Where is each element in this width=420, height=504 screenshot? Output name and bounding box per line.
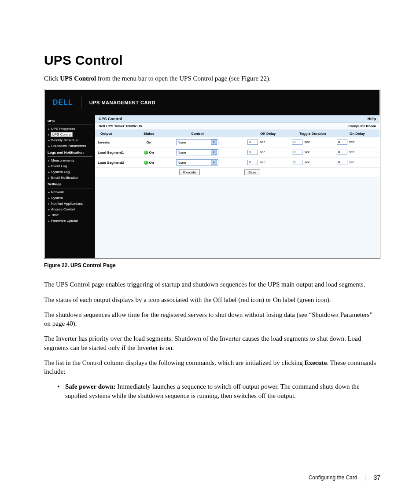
sidebar-item[interactable]: Network	[48, 189, 92, 195]
unit-label: sec	[349, 140, 354, 144]
paragraph-2: The status of each output displays by a …	[44, 295, 380, 304]
intro-prefix: Click	[44, 75, 60, 82]
sidebar-item-label: Event Log	[51, 164, 67, 168]
status-on-icon	[144, 161, 148, 165]
column-header: Status	[136, 130, 161, 137]
control-cell: None▾	[162, 158, 233, 168]
unit-label: sec	[260, 160, 265, 164]
sidebar-item[interactable]: Shutdown Parameters	[48, 143, 92, 149]
control-select[interactable]: None▾	[176, 139, 218, 145]
table-row: Load Segment1OnNone▾0sec0sec0sec	[95, 147, 379, 158]
bullet-lead: Safe power down:	[65, 383, 116, 390]
intro-paragraph: Click UPS Control from the menu bar to o…	[44, 74, 380, 83]
sidebar-item[interactable]: Event Log	[48, 163, 92, 169]
footer-separator	[365, 475, 365, 481]
button-bar: Execute Save	[95, 168, 379, 177]
toggle-duration-input[interactable]: 0	[292, 140, 302, 145]
column-header: Control	[162, 130, 233, 137]
status-cell: On	[136, 137, 161, 147]
on-delay-cell: 0sec	[335, 158, 379, 168]
on-delay-input[interactable]: 0	[337, 140, 347, 145]
toggle-duration-cell: 0sec	[290, 147, 335, 158]
execute-button[interactable]: Execute	[179, 169, 200, 175]
panel-title: UPS Control	[99, 117, 122, 121]
sidebar-item[interactable]: Weekly Schedule	[48, 137, 92, 143]
sidebar-item-label: Network	[51, 190, 64, 194]
figure-screenshot: DELL UPS MANAGEMENT CARD UPSUPS Properti…	[44, 89, 380, 259]
control-cell: None▾	[162, 147, 233, 158]
sidebar-item[interactable]: Access Control	[48, 206, 92, 212]
panel-title-bar: UPS Control Help	[95, 115, 379, 123]
sidebar-item-label: System	[51, 196, 63, 200]
toggle-duration-input[interactable]: 0	[292, 160, 302, 165]
page-footer: Configuring the Card 37	[309, 474, 380, 481]
save-button[interactable]: Save	[244, 169, 260, 175]
chevron-down-icon[interactable]: ▾	[211, 140, 217, 145]
sidebar-item-label: Access Control	[51, 207, 75, 211]
chevron-down-icon[interactable]: ▾	[211, 160, 217, 165]
unit-label: sec	[304, 140, 309, 144]
paragraph-5: The list in the Control column displays …	[44, 358, 380, 376]
location-name: Computer Room	[348, 124, 376, 128]
sidebar-item[interactable]: UPS Properties	[48, 126, 92, 132]
on-delay-input[interactable]: 0	[337, 160, 347, 165]
device-name: Dell UPS Tower 1000W HV	[99, 124, 142, 128]
unit-label: sec	[260, 150, 265, 154]
dell-logo: DELL	[53, 99, 73, 107]
paragraph-1: The UPS Control page enables triggering …	[44, 280, 380, 289]
divider	[81, 96, 81, 109]
app-header: DELL UPS MANAGEMENT CARD	[45, 90, 379, 115]
control-select[interactable]: None▾	[176, 159, 218, 166]
sidebar-item-label: Email Notification	[51, 176, 78, 180]
control-table: OutputStatusControlOff DelayToggle Durat…	[95, 130, 379, 168]
unit-label: sec	[304, 150, 309, 154]
output-cell: Load Segment1	[95, 147, 136, 158]
toggle-duration-cell: 0sec	[290, 158, 335, 168]
sidebar-item-label: Notified Applications	[51, 202, 83, 206]
sidebar-section: UPS	[48, 117, 92, 125]
intro-bold: UPS Control	[60, 75, 96, 82]
sidebar-item[interactable]: Firmware Upload	[48, 218, 92, 224]
sidebar-item[interactable]: System	[48, 195, 92, 201]
off-delay-input[interactable]: 0	[247, 150, 258, 155]
sidebar-item-label: Shutdown Parameters	[51, 144, 86, 148]
sidebar-item[interactable]: System Log	[48, 169, 92, 175]
column-header: Toggle Duration	[290, 130, 335, 137]
paragraph-3: The shutdown sequences allow time for th…	[44, 310, 380, 328]
bullet-safe-power-down: Safe power down: Immediately launches a …	[57, 382, 380, 400]
on-delay-input[interactable]: 0	[337, 150, 347, 155]
host-bar: Dell UPS Tower 1000W HV Computer Room	[95, 123, 379, 130]
footer-page-number: 37	[373, 474, 380, 481]
output-cell: Load Segment2	[95, 158, 136, 168]
sidebar-item-label: Firmware Upload	[51, 219, 78, 223]
status-cell: On	[136, 147, 161, 158]
off-delay-input[interactable]: 0	[247, 160, 258, 165]
sidebar-item[interactable]: Measurements	[48, 158, 92, 163]
sidebar-item[interactable]: Email Notification	[48, 175, 92, 180]
p5-a: The list in the Control column displays …	[44, 359, 305, 366]
control-select[interactable]: None▾	[176, 149, 218, 155]
unit-label: sec	[349, 150, 354, 154]
sidebar-item-label: System Log	[51, 170, 70, 174]
column-header: On Delay	[335, 130, 379, 137]
on-delay-cell: 0sec	[335, 147, 379, 158]
table-row: Load Segment2OnNone▾0sec0sec0sec	[95, 158, 379, 168]
sidebar-item-label: UPS Control	[51, 132, 72, 136]
off-delay-cell: 0sec	[246, 137, 290, 147]
help-link[interactable]: Help	[367, 117, 376, 121]
page-title: UPS Control	[44, 53, 380, 68]
sidebar-item[interactable]: Time	[48, 212, 92, 218]
sidebar-section: Settings	[48, 180, 92, 188]
footer-section: Configuring the Card	[309, 475, 357, 481]
off-delay-input[interactable]: 0	[247, 140, 258, 145]
toggle-duration-input[interactable]: 0	[292, 150, 302, 155]
output-cell: Inverter	[95, 137, 136, 147]
intro-suffix: from the menu bar to open the UPS Contro…	[96, 75, 271, 82]
sidebar-item-label: Time	[51, 213, 59, 217]
chevron-down-icon[interactable]: ▾	[211, 150, 217, 155]
sidebar-item[interactable]: Notified Applications	[48, 201, 92, 206]
sidebar-item[interactable]: UPS Control	[48, 132, 92, 137]
sidebar-item-label: Measurements	[51, 158, 74, 162]
off-delay-cell: 0sec	[246, 158, 290, 168]
on-delay-cell: 0sec	[335, 137, 379, 147]
